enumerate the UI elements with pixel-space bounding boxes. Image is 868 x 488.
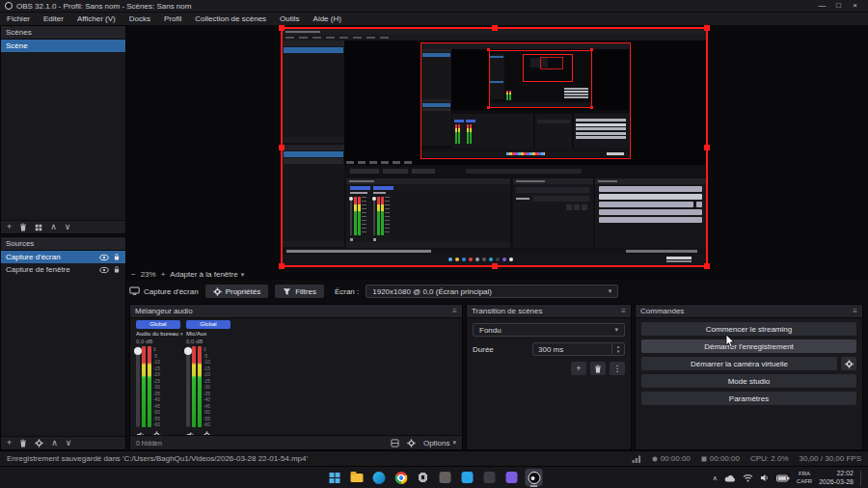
properties-button[interactable]: Propriétés xyxy=(205,285,268,298)
visibility-eye-icon[interactable] xyxy=(99,254,109,261)
selection-handle[interactable] xyxy=(704,25,710,31)
volume-slider-knob[interactable] xyxy=(134,347,142,355)
language-indicator[interactable]: FRA CAFR xyxy=(797,471,812,484)
scale-tick: -5 xyxy=(203,353,214,358)
volume-slider[interactable] xyxy=(186,346,190,427)
spin-down-icon[interactable]: ▾ xyxy=(617,349,620,354)
onedrive-cloud-icon[interactable] xyxy=(724,474,736,482)
settings-button[interactable]: Paramètres xyxy=(641,392,856,405)
virtual-camera-settings-button[interactable] xyxy=(841,357,856,370)
gimp-app-icon[interactable] xyxy=(437,469,454,486)
meter-scale: 0-5-10-15-20-25-30-35-40-45-50-55-60 xyxy=(153,346,167,427)
add-source-button[interactable]: + xyxy=(7,439,12,447)
tray-chevron-up-icon[interactable]: ∧ xyxy=(713,474,718,482)
selection-handle[interactable] xyxy=(492,263,498,269)
move-scene-down-button[interactable]: ∨ xyxy=(65,223,71,231)
battery-icon[interactable] xyxy=(776,474,790,482)
duration-spinbox[interactable]: 300 ms ▴ ▾ xyxy=(532,342,625,356)
spin-arrows[interactable]: ▴ ▾ xyxy=(611,344,624,354)
channel-badge: Global xyxy=(186,320,231,329)
transition-properties-button[interactable]: ⋮ xyxy=(610,362,625,375)
caret-down-icon: ▾ xyxy=(241,271,245,279)
menu-item[interactable]: Fichier xyxy=(0,13,37,25)
add-transition-button[interactable]: + xyxy=(571,362,586,375)
remove-transition-button[interactable] xyxy=(590,362,606,375)
stream-time: 00:00:00 xyxy=(661,454,691,463)
terminal-app-icon[interactable] xyxy=(481,469,499,486)
start-streaming-button[interactable]: Commencer le streaming xyxy=(641,322,856,336)
dock-menu-icon[interactable]: ≡ xyxy=(621,307,626,315)
zoom-out-button[interactable]: − xyxy=(131,270,136,279)
studio-mode-button[interactable]: Mode studio xyxy=(641,374,856,388)
discord-app-icon[interactable] xyxy=(503,469,521,486)
remove-scene-button[interactable] xyxy=(19,223,27,231)
lock-icon[interactable] xyxy=(113,265,121,274)
volume-slider[interactable] xyxy=(136,346,140,427)
context-source-name: Capture d'écran xyxy=(144,287,199,296)
menu-item[interactable]: Collection de scènes xyxy=(188,13,273,25)
transition-select[interactable]: Fondu ▾ xyxy=(473,323,625,337)
add-scene-button[interactable]: + xyxy=(7,223,12,231)
selection-handle[interactable] xyxy=(279,263,285,269)
chrome-browser-icon[interactable] xyxy=(393,469,410,486)
cpu-usage: CPU: 2.0% xyxy=(750,454,789,463)
scale-tick: -25 xyxy=(203,378,214,383)
menu-item[interactable]: Docks xyxy=(122,13,157,25)
selection-handle[interactable] xyxy=(704,145,710,150)
wifi-icon[interactable] xyxy=(743,474,753,482)
sources-dock-header: Sources xyxy=(1,237,125,251)
dock-menu-icon[interactable]: ≡ xyxy=(853,307,857,315)
preview-selected-source[interactable] xyxy=(281,27,708,267)
close-button[interactable]: × xyxy=(847,0,863,12)
source-list-item[interactable]: Capture de fenêtre xyxy=(1,263,125,276)
maximize-button[interactable]: □ xyxy=(830,0,847,12)
start-recording-button[interactable]: Démarrer l'enregistrement xyxy=(641,339,856,353)
remove-source-button[interactable] xyxy=(19,439,27,447)
filters-button[interactable]: Filtres xyxy=(275,285,324,298)
obs-taskbar-icon[interactable] xyxy=(526,469,543,486)
selection-handle[interactable] xyxy=(492,25,498,31)
controls-header: Commandes ≡ xyxy=(636,305,862,318)
show-desktop-button[interactable] xyxy=(860,471,863,486)
start-virtual-camera-button[interactable]: Démarrer la caméra virtuelle xyxy=(641,357,837,370)
edge-browser-icon[interactable] xyxy=(370,469,388,486)
minimize-button[interactable]: — xyxy=(814,0,830,12)
fit-to-window-dropdown[interactable]: Adapter à la fenêtre ▾ xyxy=(170,270,244,279)
menu-item[interactable]: Outils xyxy=(273,13,306,25)
language-code: FRA xyxy=(797,471,812,477)
move-source-up-button[interactable]: ∧ xyxy=(51,439,58,447)
volume-slider-knob[interactable] xyxy=(184,347,192,355)
zoom-in-button[interactable]: + xyxy=(161,270,166,279)
file-explorer-icon[interactable] xyxy=(348,469,366,486)
settings-app-icon[interactable] xyxy=(415,469,432,486)
sources-dock-title: Sources xyxy=(6,239,34,248)
selection-handle[interactable] xyxy=(704,263,710,269)
mixer-layout-icon[interactable] xyxy=(391,439,399,447)
window-title: OBS 32.1.0 - Profil: Sans nom - Scènes: … xyxy=(16,2,191,11)
move-source-down-button[interactable]: ∨ xyxy=(66,439,72,447)
mixer-settings-icon[interactable] xyxy=(407,439,416,447)
source-list-item[interactable]: Capture d'écran xyxy=(1,251,125,263)
screen-select[interactable]: 1920x1080 @ 0,0 (Écran principal) ▾ xyxy=(366,285,618,298)
move-scene-up-button[interactable]: ∧ xyxy=(50,223,57,231)
clock[interactable]: 22:02 2026-03-28 xyxy=(819,470,854,487)
channel-name[interactable]: Mic/Aux xyxy=(186,331,231,337)
start-button[interactable] xyxy=(326,469,343,486)
scene-list-item[interactable]: Scène xyxy=(1,40,125,52)
mixer-options-button[interactable]: Options ▾ xyxy=(423,439,456,447)
dock-menu-icon[interactable]: ≡ xyxy=(452,307,457,315)
volume-icon[interactable] xyxy=(760,474,770,482)
channel-name[interactable]: Audio du bureau ▾ xyxy=(136,331,180,337)
vscode-app-icon[interactable] xyxy=(459,469,476,486)
visibility-eye-icon[interactable] xyxy=(99,266,109,274)
selection-handle[interactable] xyxy=(279,145,285,150)
source-properties-button[interactable] xyxy=(35,439,43,447)
transitions-header: Transition de scènes ≡ xyxy=(467,305,631,318)
lock-icon[interactable] xyxy=(113,253,121,261)
scene-filters-button[interactable] xyxy=(35,224,42,231)
selection-handle[interactable] xyxy=(279,25,285,31)
menu-item[interactable]: Aide (H) xyxy=(307,13,348,25)
menu-item[interactable]: Afficher (V) xyxy=(70,13,122,25)
menu-item[interactable]: Editer xyxy=(37,13,70,25)
menu-item[interactable]: Profil xyxy=(157,13,188,25)
